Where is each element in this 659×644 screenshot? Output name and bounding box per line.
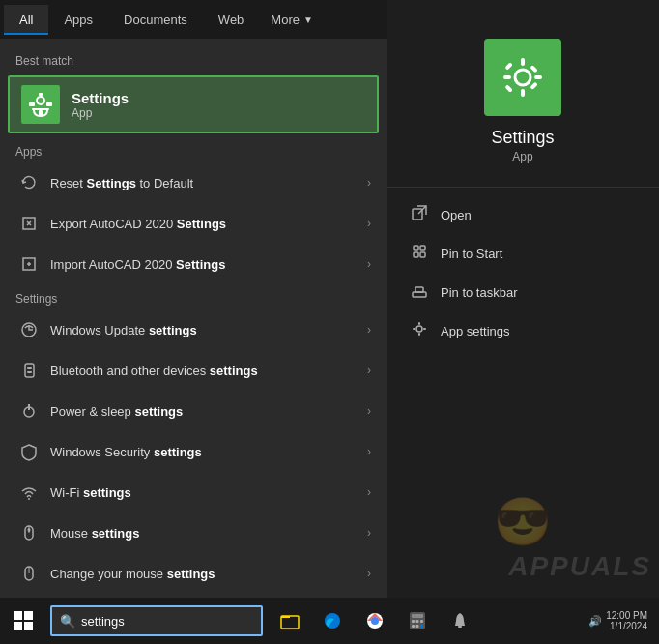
list-item-text: Bluetooth and other devices settings <box>50 364 367 378</box>
left-panel: All Apps Documents Web More ▼ Best match <box>0 0 387 598</box>
svg-rect-20 <box>46 102 52 106</box>
list-item[interactable]: Import AutoCAD 2020 Settings › <box>0 244 387 284</box>
list-item-security[interactable]: Windows Security settings › <box>0 431 387 472</box>
svg-rect-9 <box>416 620 419 623</box>
list-item-text: Import AutoCAD 2020 Settings <box>50 257 367 272</box>
action-pin-start[interactable]: Pin to Start <box>387 234 659 273</box>
tabs-bar: All Apps Documents Web More ▼ <box>0 0 387 39</box>
svg-rect-17 <box>39 93 43 96</box>
svg-point-30 <box>28 528 31 532</box>
tab-all[interactable]: All <box>4 5 48 35</box>
start-button[interactable] <box>0 598 46 644</box>
watermark-mascot: 😎 <box>494 495 552 549</box>
svg-rect-48 <box>415 287 423 292</box>
list-item-text: Change your mouse settings <box>50 567 367 581</box>
best-match-item[interactable]: Settings App <box>8 75 379 133</box>
list-item[interactable]: Reset Settings to Default › <box>0 162 387 203</box>
best-match-label: Best match <box>0 46 387 72</box>
svg-rect-46 <box>420 252 425 257</box>
list-item-text: Wi-Fi settings <box>50 485 367 500</box>
svg-rect-11 <box>412 625 415 628</box>
search-input[interactable] <box>81 614 253 629</box>
action-open-label: Open <box>441 208 472 222</box>
taskbar-search-box[interactable]: 🔍 <box>50 605 263 636</box>
svg-rect-39 <box>504 84 512 92</box>
watermark-text: APPUALS <box>508 551 651 582</box>
right-app-name: Settings <box>491 128 554 148</box>
list-item-text: Export AutoCAD 2020 Settings <box>50 217 367 231</box>
svg-rect-16 <box>32 108 49 110</box>
app-settings-icon <box>410 321 429 340</box>
taskbar: 🔍 🔊 12:00 PM 1/1/2024 <box>0 598 659 644</box>
pin-taskbar-icon <box>410 282 429 302</box>
svg-rect-36 <box>503 75 511 79</box>
list-item[interactable]: Export AutoCAD 2020 Settings › <box>0 203 387 244</box>
svg-rect-52 <box>413 328 415 330</box>
svg-rect-2 <box>281 616 290 618</box>
svg-rect-53 <box>423 328 426 330</box>
list-item-bluetooth[interactable]: Bluetooth and other devices settings › <box>0 350 387 391</box>
file-explorer-icon[interactable] <box>271 601 309 640</box>
action-app-settings[interactable]: App settings <box>387 311 659 350</box>
list-item-wifi[interactable]: Wi-Fi settings › <box>0 472 387 512</box>
calculator-icon[interactable] <box>398 601 437 640</box>
svg-rect-38 <box>504 62 512 70</box>
list-item-text: Power & sleep settings <box>50 404 367 419</box>
action-pin-taskbar[interactable]: Pin to taskbar <box>387 273 659 311</box>
svg-rect-51 <box>418 333 420 336</box>
arrow-icon: › <box>367 526 371 540</box>
action-pin-taskbar-label: Pin to taskbar <box>441 285 518 300</box>
wifi-icon <box>15 479 43 506</box>
tab-more[interactable]: More ▼ <box>259 5 325 35</box>
list-item-change-mouse[interactable]: Change your mouse settings › <box>0 553 387 594</box>
chevron-down-icon: ▼ <box>303 15 313 25</box>
edge-icon[interactable] <box>313 601 352 640</box>
svg-rect-34 <box>521 58 525 66</box>
windows-icon <box>14 611 33 630</box>
svg-point-33 <box>515 70 530 85</box>
best-match-icon <box>21 85 60 124</box>
notification-icon[interactable] <box>441 601 479 640</box>
export-settings-icon <box>15 210 43 237</box>
svg-rect-44 <box>420 246 425 250</box>
arrow-icon: › <box>367 176 371 190</box>
results-list: Best match Settings App <box>0 39 387 598</box>
list-item-windows-update[interactable]: Windows Update settings › <box>0 309 387 350</box>
chrome-icon[interactable] <box>356 601 394 640</box>
best-match-info: Settings App <box>72 90 129 120</box>
list-item-text: Windows Security settings <box>50 445 367 459</box>
arrow-icon: › <box>367 485 371 499</box>
list-item-mouse[interactable]: Mouse settings › <box>0 512 387 553</box>
action-open[interactable]: Open <box>387 195 659 234</box>
tab-documents[interactable]: Documents <box>108 5 203 35</box>
right-app-icon <box>484 39 561 116</box>
svg-point-5 <box>371 617 379 625</box>
arrow-icon: › <box>367 567 371 580</box>
pin-start-icon <box>410 244 429 263</box>
arrow-icon: › <box>367 364 371 377</box>
tab-apps[interactable]: Apps <box>48 5 108 35</box>
svg-rect-8 <box>412 620 415 623</box>
list-item-power[interactable]: Power & sleep settings › <box>0 391 387 431</box>
windows-update-icon <box>15 316 43 343</box>
tab-web[interactable]: Web <box>203 5 260 35</box>
list-item-text: Windows Update settings <box>50 323 367 337</box>
action-app-settings-label: App settings <box>441 324 510 338</box>
svg-rect-10 <box>420 620 423 623</box>
arrow-icon: › <box>367 404 371 418</box>
svg-rect-13 <box>420 625 423 628</box>
arrow-icon: › <box>367 257 371 271</box>
settings-section-label: Settings <box>0 284 387 309</box>
best-match-title: Settings <box>72 90 129 106</box>
open-icon <box>410 205 429 224</box>
svg-rect-35 <box>521 89 525 97</box>
divider <box>387 187 659 188</box>
svg-rect-14 <box>458 626 462 628</box>
bluetooth-icon <box>15 357 43 384</box>
best-match-subtitle: App <box>72 106 129 120</box>
svg-rect-50 <box>418 322 420 325</box>
arrow-icon: › <box>367 323 371 337</box>
search-overlay: All Apps Documents Web More ▼ Best match <box>0 0 659 598</box>
list-item-text: Reset Settings to Default <box>50 176 367 190</box>
mouse-icon <box>15 519 43 546</box>
